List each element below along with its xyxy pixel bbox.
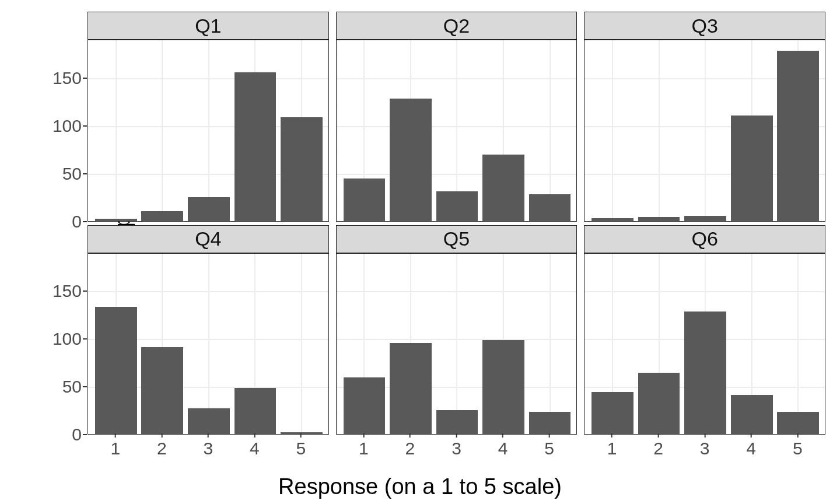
- bar: [638, 217, 680, 221]
- facet-panel: [88, 253, 329, 435]
- x-tick: 5: [793, 439, 803, 459]
- x-tick: 2: [157, 439, 167, 459]
- bar: [95, 219, 137, 220]
- facet-panel: [584, 253, 825, 435]
- x-tick: 4: [498, 439, 508, 459]
- x-tick: 2: [405, 439, 415, 459]
- bar: [344, 178, 386, 220]
- bar: [638, 373, 680, 434]
- bar: [95, 307, 137, 434]
- bar: [684, 216, 726, 220]
- y-tick: 150: [48, 281, 82, 301]
- bar: [731, 116, 773, 220]
- facet-strip: Q6: [584, 225, 825, 253]
- y-tick: 50: [48, 164, 82, 184]
- bar: [390, 343, 432, 434]
- x-tick: 3: [700, 439, 710, 459]
- y-tick: 50: [48, 377, 82, 397]
- bar: [141, 347, 183, 434]
- bar: [592, 218, 634, 221]
- facet-Q6: Q6: [584, 225, 825, 435]
- y-tick: 150: [48, 68, 82, 88]
- bar: [436, 410, 478, 434]
- facet-panel: [336, 40, 578, 222]
- facet-strip: Q4: [88, 225, 329, 253]
- y-tick: 100: [48, 329, 82, 349]
- bar: [482, 155, 524, 220]
- bar: [684, 312, 726, 434]
- facet-panel: [336, 253, 578, 435]
- facet-Q2: Q2: [336, 12, 578, 222]
- facet-panel: [584, 40, 825, 222]
- bar: [777, 51, 819, 221]
- x-tick: 4: [250, 439, 260, 459]
- facet-strip: Q2: [336, 12, 578, 40]
- y-tick: 100: [48, 116, 82, 136]
- bar: [141, 211, 183, 220]
- facet-Q1: Q1: [88, 12, 329, 222]
- bar: [235, 72, 276, 220]
- bar: [281, 117, 323, 220]
- facet-strip: Q5: [336, 225, 578, 253]
- bar: [390, 99, 432, 221]
- x-tick: 1: [607, 439, 617, 459]
- bar: [436, 191, 478, 221]
- facet-strip: Q3: [584, 12, 825, 40]
- x-tick: 4: [746, 439, 756, 459]
- x-tick: 3: [203, 439, 213, 459]
- bar: [529, 194, 571, 221]
- x-tick: 1: [110, 439, 120, 459]
- y-tick: 0: [48, 212, 82, 232]
- bar: [281, 432, 323, 434]
- x-tick: 5: [296, 439, 306, 459]
- bar: [188, 197, 230, 221]
- chart-stage: Number of respondents Response (on a 1 t…: [0, 0, 840, 504]
- facet-strip: Q1: [88, 12, 329, 40]
- facet-panel: [88, 40, 329, 222]
- bar: [529, 412, 571, 434]
- x-axis-label: Response (on a 1 to 5 scale): [0, 474, 840, 499]
- bar: [482, 340, 524, 434]
- bar: [592, 392, 634, 434]
- facet-grid: Q1Q2Q3Q4Q5Q6: [88, 12, 825, 435]
- x-tick: 1: [359, 439, 369, 459]
- x-tick: 5: [544, 439, 554, 459]
- bar: [188, 408, 230, 434]
- x-tick: 3: [452, 439, 461, 459]
- bar: [731, 395, 773, 434]
- facet-Q3: Q3: [584, 12, 825, 222]
- bar: [344, 377, 386, 434]
- x-tick: 2: [653, 439, 663, 459]
- bar: [777, 412, 819, 434]
- y-tick: 0: [48, 425, 82, 444]
- bar: [235, 388, 276, 434]
- facet-Q5: Q5: [336, 225, 578, 435]
- facet-Q4: Q4: [88, 225, 329, 435]
